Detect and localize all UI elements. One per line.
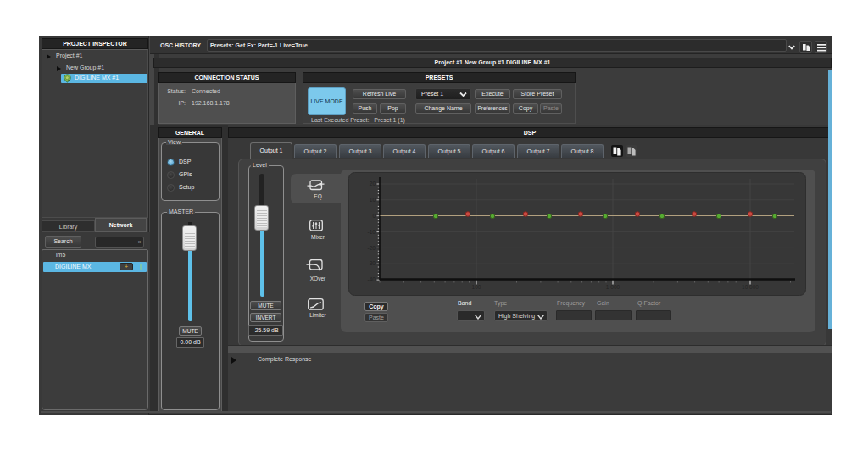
svg-text:20: 20	[370, 181, 376, 187]
svg-text:100: 100	[472, 284, 481, 290]
svg-text:-40: -40	[368, 276, 376, 282]
svg-text:1 000: 1 000	[606, 284, 620, 290]
svg-text:10 000: 10 000	[742, 284, 759, 290]
svg-text:-30: -30	[368, 260, 376, 266]
svg-text:-20: -20	[368, 245, 376, 251]
svg-text:10: 10	[370, 197, 376, 203]
svg-text:-10: -10	[368, 229, 376, 235]
svg-text:0: 0	[372, 213, 376, 219]
